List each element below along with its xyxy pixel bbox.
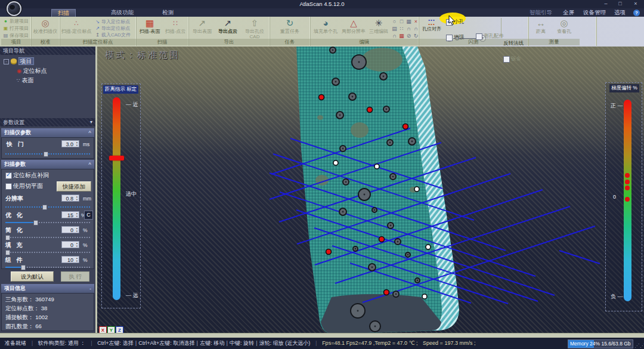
resize-grip-icon[interactable]: ⋰⋰ [634, 340, 644, 349]
white-marker[interactable] [422, 294, 427, 299]
axis-x-button[interactable]: X [99, 326, 107, 333]
tree-collapse-icon[interactable]: - [4, 59, 9, 64]
resolution-slider-thumb[interactable] [42, 205, 47, 210]
red-marker[interactable] [319, 95, 324, 100]
grid-select-icon[interactable]: ▦ [405, 18, 412, 25]
scan-surface-button[interactable]: ▦ 扫描-表面 [137, 18, 162, 39]
marker-fill-option[interactable]: ✓ 定位标点补洞 [5, 172, 49, 179]
scan-params-header[interactable]: 扫描参数^ [1, 160, 94, 169]
cut-plane-checkbox[interactable] [5, 183, 12, 190]
open-project-button[interactable]: 打开项目 [10, 25, 29, 32]
shutter-slider[interactable] [5, 153, 90, 155]
shutter-value-box[interactable]: 3.0▲▼ [61, 140, 79, 147]
cut-plane-option[interactable]: 使用切平面 [5, 183, 43, 190]
new-project-button[interactable]: 新建项目 [10, 18, 29, 24]
white-marker[interactable] [414, 187, 419, 192]
collapse-icon[interactable]: - [89, 284, 91, 293]
component-slider[interactable] [5, 267, 90, 268]
simplify-value-box[interactable]: 0▲▼ [61, 226, 79, 233]
tree-root-label[interactable]: 项目 [18, 57, 34, 65]
export-surface-button[interactable]: ↗ 导出表面 [190, 18, 215, 39]
reset-task-button[interactable]: ↻ 重置任务 [277, 18, 303, 39]
distance-marker[interactable] [109, 156, 124, 160]
marker-fill-checkbox[interactable]: ✓ [5, 172, 12, 179]
tree-targets-label[interactable]: 定位标点 [23, 67, 47, 74]
spinner-icon[interactable]: ▲▼ [74, 227, 78, 233]
export-targets-button[interactable]: 导出定位标点 [101, 25, 130, 32]
export-pointcloud-button[interactable]: ↗ 导出点云 [215, 18, 240, 39]
spinner-icon[interactable]: ▲▼ [74, 212, 78, 218]
probe-option[interactable]: 测孔配件 [476, 33, 586, 40]
dots-select-icon[interactable]: ∷ [398, 26, 405, 32]
white-marker[interactable] [374, 164, 379, 169]
collapse-icon[interactable]: ▾ [90, 118, 92, 126]
spinner-icon[interactable]: ▲▼ [74, 195, 78, 201]
rect-select-icon[interactable]: □ [398, 18, 405, 25]
save-project-button[interactable]: 保存项目 [10, 32, 29, 39]
fill-slider[interactable] [5, 252, 90, 253]
menu-options[interactable]: 选项 [614, 8, 626, 17]
fill-hole-button[interactable]: ◕ 填充单个孔 [311, 18, 340, 39]
optimize-slider-thumb[interactable] [33, 220, 38, 226]
scan-targets-button[interactable]: ∴ 扫描-定位标点 [61, 18, 92, 39]
export-hole-cad-button[interactable]: ⇧ 导出孔位CAD [241, 18, 268, 39]
load-cad-button[interactable]: 载入CAD文件 [101, 32, 131, 38]
collapse-icon[interactable]: ^ [88, 160, 91, 169]
maximize-button[interactable]: □ [615, 0, 625, 7]
menu-device-manager[interactable]: 设备管理 [583, 8, 606, 17]
local-resolution-button[interactable]: △ 局部分辨率 [340, 18, 367, 39]
tab-advanced[interactable]: 高级功能 [105, 8, 140, 17]
white-marker[interactable] [333, 160, 338, 165]
probe-checkbox[interactable] [476, 33, 482, 40]
resolution-slider[interactable] [5, 206, 90, 208]
set-default-button[interactable]: 设为默认 [11, 271, 54, 282]
fill-value-box[interactable]: 0▲▼ [61, 241, 79, 248]
minimize-button[interactable]: – [601, 0, 611, 7]
run-button[interactable]: 执 行 [61, 271, 89, 282]
tree-item-surface[interactable]: ∵ 表面 [17, 76, 34, 84]
optimize-slider[interactable] [5, 222, 90, 223]
sheet-metal-option[interactable]: 钣金 [503, 55, 613, 63]
tab-inspect[interactable]: 检测 [156, 8, 179, 17]
tree-root-project[interactable]: - 项目 [4, 57, 34, 65]
axis-y-button[interactable]: Y [107, 326, 115, 333]
small-hole-option[interactable]: ✓ 小孔 [446, 18, 556, 26]
red-marker[interactable] [367, 107, 373, 113]
component-slider-thumb[interactable] [21, 265, 26, 270]
project-info-header[interactable]: 项目信息- [1, 284, 94, 293]
optimize-value-box[interactable]: 15▲▼ [61, 211, 79, 218]
spinner-icon[interactable]: ▲▼ [74, 257, 78, 262]
tree-item-targets[interactable]: ◉ 定位标点 [17, 67, 47, 75]
simplify-slider[interactable] [5, 237, 90, 238]
white-marker[interactable] [426, 245, 431, 249]
simplify-slider-thumb[interactable] [5, 235, 10, 240]
resolution-value-box[interactable]: 0.8▲▼ [61, 194, 79, 202]
collapse-icon[interactable]: ^ [88, 128, 91, 137]
sheet-metal-checkbox[interactable] [503, 56, 510, 63]
brush-select-icon[interactable]: ∩ [405, 26, 412, 32]
row-select-icon[interactable]: ▤ [391, 26, 398, 32]
red-marker[interactable] [384, 290, 389, 295]
enhance-checkbox[interactable] [446, 35, 453, 41]
hole-align-button[interactable]: ••• ••• 孔位对齐 [420, 18, 444, 39]
close-button[interactable]: × [631, 0, 640, 7]
edit-3d-button[interactable]: ✳ 三维编辑 [367, 18, 390, 39]
menu-fullscreen[interactable]: 全屏 [563, 8, 574, 17]
invert-normals-button[interactable]: 反转法线 [503, 40, 613, 47]
menu-smart-guide[interactable]: 智能引导 [530, 8, 552, 17]
red-marker[interactable] [326, 249, 332, 255]
tab-scan[interactable]: 扫描 [51, 9, 76, 17]
import-targets-button[interactable]: 导入定位标点 [101, 18, 130, 25]
spinner-icon[interactable]: ▲▼ [74, 242, 78, 248]
axis-z-button[interactable]: Z [116, 326, 123, 333]
scanner-params-header[interactable]: 扫描仪参数^ [1, 128, 94, 137]
scan-pointcloud-button[interactable]: ∷ 扫描-点云 [163, 18, 188, 39]
fill-slider-thumb[interactable] [5, 250, 10, 255]
shutter-slider-thumb[interactable] [44, 152, 48, 157]
component-value-box[interactable]: 10▲▼ [61, 256, 79, 263]
quick-add-button[interactable]: 快捷添加 [57, 181, 91, 192]
calibrate-scanner-button[interactable]: ◎ 校准扫描仪 [32, 18, 58, 39]
tree-surface-label[interactable]: 表面 [22, 77, 34, 84]
viewport-3d[interactable]: 模式：标准范围 距离指示 标定 — 近 适中 — 远 梯度偏转 % 正 — 0 … [97, 47, 644, 333]
red-marker[interactable] [403, 124, 408, 129]
